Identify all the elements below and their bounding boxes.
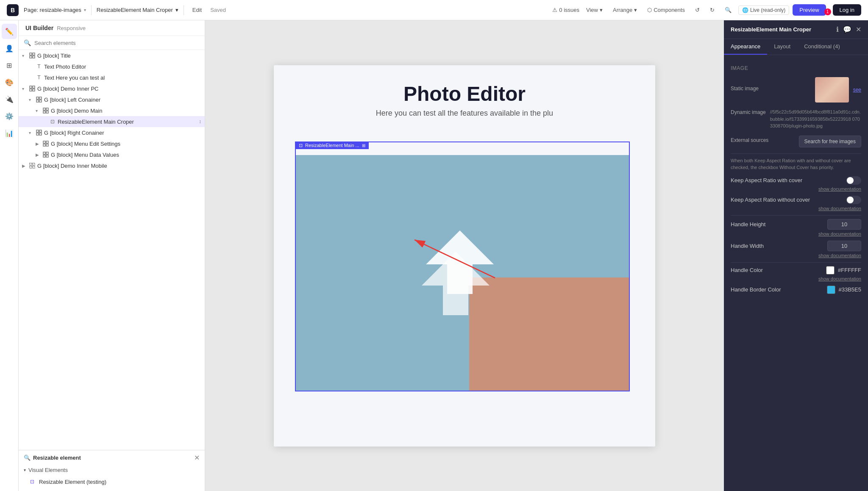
rp-tabs: Appearance Layout Conditional (4) [724,39,868,55]
resizable-item-label: Resizable Element (testing) [39,479,106,485]
frame-resize-icon[interactable]: ⊞ [362,143,365,148]
tree-expand-btn-t7[interactable]: ↕ [199,119,201,125]
keep-aspect-ratio-no-cover-toggle[interactable] [846,196,861,204]
tree-label-t7: ResizableElement Main Croper [58,119,134,125]
tree-item-t6[interactable]: ▾G [block] Demo Main [19,105,205,116]
tree-icon-t5 [36,96,42,103]
handle-border-color-swatch[interactable] [827,286,835,294]
external-sources-row: External sources Search for free images [731,136,861,147]
show-doc-1[interactable]: show documentation [731,186,861,191]
search-button[interactable]: 🔍 [721,5,735,15]
handle-height-input[interactable] [827,219,861,230]
tree-item-t7[interactable]: ⊡ResizableElement Main Croper↕ [19,116,205,127]
tree-item-t11[interactable]: ▶G [block] Demo Inner Mobile [19,160,205,171]
tree-toggle-t5[interactable]: ▾ [29,97,34,102]
tree-item-t9[interactable]: ▶G [block] Menu Edit Settings [19,138,205,149]
svg-rect-17 [39,130,42,132]
arrange-button[interactable]: Arrange ▾ [609,5,640,15]
tree-item-t8[interactable]: ▾G [block] Right Conainer [19,127,205,138]
components-button[interactable]: ⬡ Components [644,5,688,15]
handle-height-label: Handle Height [731,221,765,227]
info-button[interactable]: ℹ [836,25,839,33]
show-doc-2[interactable]: show documentation [731,206,861,211]
panel-header: UI Builder Responsive [19,20,205,36]
tab-appearance[interactable]: Appearance [724,39,767,55]
icon-bar-data[interactable]: ⊞ [2,58,17,73]
divider-1 [91,5,92,15]
tree-item-t5[interactable]: ▾G [block] Left Conainer [19,94,205,105]
show-doc-5[interactable]: show documentation [731,276,861,281]
see-link[interactable]: see [853,87,861,93]
handle-width-input[interactable] [827,241,861,251]
svg-rect-6 [30,89,32,91]
page-selector[interactable]: Page: resizable-images ▾ [24,7,86,13]
tree-toggle-t11[interactable]: ▶ [22,164,27,168]
rp-title: ResizableElement Main Croper [731,26,811,33]
show-doc-3[interactable]: show documentation [731,231,861,236]
view-button[interactable]: View ▾ [583,5,606,15]
search-free-images-button[interactable]: Search for free images [799,136,861,147]
tree-item-t4[interactable]: ▾G [block] Demo Inner PC [19,83,205,94]
element-chevron-icon: ▾ [175,7,178,13]
tree-toggle-t4[interactable]: ▾ [22,86,27,91]
svg-rect-14 [43,111,45,113]
svg-rect-11 [39,100,42,102]
crop-arrow-svg [388,218,523,328]
svg-rect-22 [43,144,45,146]
keep-aspect-ratio-no-cover-label: Keep Aspect Ratio without cover [731,197,810,203]
toggle-knob-1 [847,177,854,184]
icon-bar-styles[interactable]: 🎨 [2,75,17,90]
handle-color-swatch[interactable] [826,266,835,275]
close-panel-button[interactable]: ✕ [856,25,861,33]
comment-button[interactable]: 💬 [843,25,851,33]
tree-toggle-t6[interactable]: ▾ [36,108,41,113]
tree-item-t2[interactable]: TText Photo Editor [19,61,205,72]
bottom-search-close-button[interactable]: ✕ [194,454,200,462]
element-frame[interactable]: ⊡ ResizableElement Main ... ⊞ [295,141,630,391]
handle-border-color-value-row: #33B5E5 [827,286,862,294]
element-selector[interactable]: ResizableElement Main Croper ▾ [97,7,178,13]
icon-bar-ui-builder[interactable]: ✏️ [2,24,17,39]
issues-badge[interactable]: ⚠ 0 issues [552,7,579,13]
svg-rect-1 [33,53,35,55]
dynamic-url-value[interactable]: //5f5c22c5d99d05b64fbcd8f811a0d91c.cdn.b… [770,108,861,130]
svg-rect-25 [46,152,48,154]
tab-layout[interactable]: Layout [767,39,797,55]
keep-aspect-ratio-cover-toggle[interactable] [846,176,861,185]
tree-icon-t2: T [36,63,42,70]
icon-bar-users[interactable]: 👤 [2,41,17,56]
tree-toggle-t1[interactable]: ▾ [22,53,27,58]
icon-bar-settings[interactable]: ⚙️ [2,108,17,124]
svg-rect-5 [33,86,35,88]
search-title-text: Resizable element [33,455,81,461]
tree-toggle-t8[interactable]: ▾ [29,130,34,135]
tree-item-t3[interactable]: TText Here you can test al [19,72,205,83]
visual-elements-section[interactable]: ▾ Visual Elements [24,464,200,476]
edit-button[interactable]: Edit [189,5,205,15]
topbar-actions: ⚠ 0 issues View ▾ Arrange ▾ ⬡ Components… [552,4,861,16]
tab-conditional[interactable]: Conditional (4) [797,39,847,55]
tree-icon-t3: T [36,74,42,81]
canvas-area[interactable]: Photo Editor Here you can test all the f… [205,20,724,491]
icon-bar-analytics[interactable]: 📊 [2,125,17,141]
image-thumbnail[interactable] [815,77,849,103]
keep-aspect-ratio-cover-row: Keep Aspect Ratio with cover [731,176,861,185]
svg-rect-23 [46,144,48,146]
show-doc-4[interactable]: show documentation [731,253,861,258]
resizable-element-item[interactable]: ⊡ Resizable Element (testing) [24,476,200,488]
svg-rect-27 [46,155,48,157]
image-section: Image [731,65,861,71]
icon-bar-plugins[interactable]: 🔌 [2,92,17,107]
tree-item-t1[interactable]: ▾G [block] Title [19,50,205,61]
divider-4 [731,215,861,216]
tree-toggle-t9[interactable]: ▶ [36,141,41,146]
redo-button[interactable]: ↻ [707,5,718,15]
tree-label-t11: G [block] Demo Inner Mobile [37,163,107,169]
undo-button[interactable]: ↺ [692,5,703,15]
preview-button[interactable]: Preview [793,4,826,16]
login-button[interactable]: Log in [833,4,861,16]
tree-toggle-t10[interactable]: ▶ [36,153,41,157]
icon-bar: ✏️ 👤 ⊞ 🎨 🔌 ⚙️ 📊 [0,20,19,491]
tree-item-t10[interactable]: ▶G [block] Menu Data Values [19,149,205,160]
element-search-input[interactable] [34,40,200,46]
